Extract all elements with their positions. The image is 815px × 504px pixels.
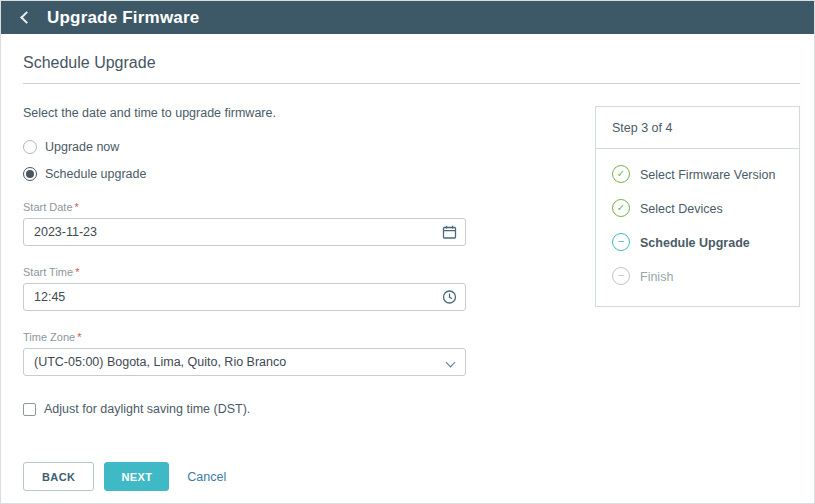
step-panel-title: Step 3 of 4	[596, 107, 799, 149]
section-heading: Schedule Upgrade	[23, 54, 800, 72]
back-action-button[interactable]: BACK	[23, 462, 94, 491]
back-button[interactable]	[11, 5, 37, 31]
content-spacer	[483, 106, 595, 416]
checkbox-icon[interactable]	[23, 403, 36, 416]
check-circle-icon: ✓	[612, 165, 630, 183]
chevron-left-icon	[20, 11, 33, 24]
step-item-label: Schedule Upgrade	[640, 233, 750, 252]
step-list: ✓ Select Firmware Version ✓ Select Devic…	[596, 149, 799, 306]
time-zone-select[interactable]: (UTC-05:00) Bogota, Lima, Quito, Rio Bra…	[23, 348, 466, 376]
footer-actions: BACK NEXT Cancel	[23, 462, 226, 491]
time-zone-field: Time Zone* (UTC-05:00) Bogota, Lima, Qui…	[23, 331, 483, 376]
section-heading-wrap: Schedule Upgrade	[23, 54, 800, 84]
step-item-select-devices: ✓ Select Devices	[612, 199, 785, 218]
page-title: Upgrade Firmware	[47, 8, 199, 28]
step-item-select-firmware-version: ✓ Select Firmware Version	[612, 165, 785, 184]
start-time-field: Start Time*	[23, 266, 483, 311]
schedule-form: Select the date and time to upgrade firm…	[23, 106, 483, 416]
radio-schedule-upgrade[interactable]: Schedule upgrade	[23, 167, 483, 181]
radio-label: Upgrade now	[45, 140, 119, 154]
calendar-icon[interactable]	[442, 225, 457, 240]
start-date-label: Start Date*	[23, 201, 483, 213]
form-description: Select the date and time to upgrade firm…	[23, 106, 483, 120]
chevron-down-icon	[446, 358, 456, 368]
minus-circle-icon: −	[612, 267, 630, 285]
step-item-label: Select Devices	[640, 199, 723, 218]
required-asterisk: *	[75, 266, 79, 278]
step-item-schedule-upgrade: − Schedule Upgrade	[612, 233, 785, 252]
header-bar: Upgrade Firmware	[1, 1, 814, 34]
step-panel: Step 3 of 4 ✓ Select Firmware Version ✓ …	[595, 106, 800, 307]
field-label-text: Time Zone	[23, 331, 75, 343]
field-label-text: Start Date	[23, 201, 73, 213]
start-time-label: Start Time*	[23, 266, 483, 278]
radio-icon	[23, 140, 37, 154]
time-zone-value: (UTC-05:00) Bogota, Lima, Quito, Rio Bra…	[34, 355, 286, 369]
step-item-label: Select Firmware Version	[640, 165, 775, 184]
start-time-input[interactable]	[23, 283, 466, 311]
minus-circle-icon: −	[612, 233, 630, 251]
required-asterisk: *	[77, 331, 81, 343]
content-area: Select the date and time to upgrade firm…	[23, 106, 800, 416]
next-button[interactable]: NEXT	[104, 462, 169, 491]
required-asterisk: *	[75, 201, 79, 213]
radio-upgrade-now[interactable]: Upgrade now	[23, 140, 483, 154]
step-item-label: Finish	[640, 267, 673, 286]
time-zone-label: Time Zone*	[23, 331, 483, 343]
dst-checkbox-row[interactable]: Adjust for daylight saving time (DST).	[23, 402, 483, 416]
dst-checkbox-label: Adjust for daylight saving time (DST).	[44, 402, 250, 416]
cancel-link[interactable]: Cancel	[187, 470, 226, 484]
start-date-input[interactable]	[23, 218, 466, 246]
clock-icon[interactable]	[442, 290, 457, 305]
radio-label: Schedule upgrade	[45, 167, 146, 181]
step-item-finish: − Finish	[612, 267, 785, 286]
check-circle-icon: ✓	[612, 199, 630, 217]
start-date-field: Start Date*	[23, 201, 483, 246]
field-label-text: Start Time	[23, 266, 73, 278]
radio-icon	[23, 167, 37, 181]
upgrade-firmware-window: Upgrade Firmware Schedule Upgrade Select…	[0, 0, 815, 504]
